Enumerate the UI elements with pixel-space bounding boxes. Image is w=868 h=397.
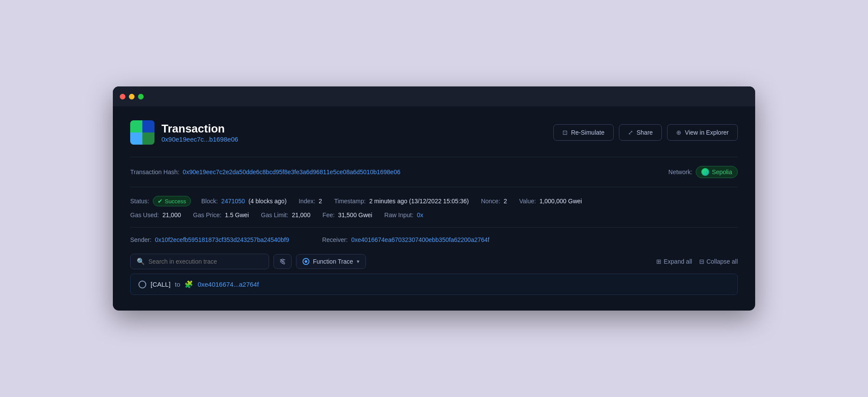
app-window: Transaction 0x90e19eec7c...b1698e06 ⊡ Re… (113, 86, 755, 311)
network-label: Network: (668, 169, 692, 175)
page-title: Transaction (161, 122, 238, 136)
chevron-down-icon: ▾ (357, 258, 359, 265)
divider-3 (130, 227, 738, 228)
status-row: Status: ✔ Success Block: 2471050 (4 bloc… (130, 193, 738, 209)
sep4 (474, 198, 476, 205)
call-type: [CALL] (151, 281, 171, 288)
main-content: Transaction 0x90e19eec7c...b1698e06 ⊡ Re… (113, 106, 755, 311)
title-section: Transaction 0x90e19eec7c...b1698e06 (130, 120, 238, 145)
raw-input-value[interactable]: 0x (417, 212, 424, 218)
network-value: Sepolia (712, 169, 732, 175)
collapse-all-label: Collapse all (707, 258, 738, 265)
globe-icon: ⊕ (676, 129, 681, 136)
svg-point-5 (280, 261, 282, 262)
resimulate-button[interactable]: ⊡ Re-Simulate (553, 124, 614, 141)
timestamp-value: 2 minutes ago (13/12/2022 15:05:36) (369, 198, 469, 205)
sep5 (512, 198, 514, 205)
transaction-hash-short[interactable]: 0x90e19eec7c...b1698e06 (161, 136, 238, 143)
share-button[interactable]: ⤢ Share (619, 124, 662, 141)
expand-all-icon: ⊞ (656, 258, 661, 265)
gas-row: Gas Used: 21,000 Gas Price: 1.5 Gwei Gas… (130, 209, 738, 221)
sender-receiver-row: Sender: 0x10f2ecefb595181873cf353d243257… (130, 234, 738, 246)
search-icon: 🔍 (137, 258, 145, 265)
sep7 (254, 212, 256, 218)
receiver-value[interactable]: 0xe4016674ea67032307400ebb350fa62200a276… (351, 236, 489, 243)
trace-type-button[interactable]: Function Trace ▾ (296, 254, 366, 269)
sep2 (292, 198, 293, 205)
receiver-label: Receiver: (322, 236, 348, 243)
collapse-all-icon: ⊟ (699, 258, 704, 265)
svg-point-6 (283, 262, 285, 264)
timestamp-label: Timestamp: (334, 198, 366, 205)
expand-all-button[interactable]: ⊞ Expand all (656, 258, 692, 265)
trace-circle-icon (302, 258, 309, 265)
header-buttons: ⊡ Re-Simulate ⤢ Share ⊕ View in Explorer (553, 124, 738, 141)
raw-input-label: Raw Input: (385, 212, 414, 218)
sender-value[interactable]: 0x10f2ecefb595181873cf353d243257ba24540b… (155, 236, 289, 243)
sender-label: Sender: (130, 236, 151, 243)
block-value[interactable]: 2471050 (221, 198, 245, 205)
sep3 (327, 198, 329, 205)
fee-label: Fee: (322, 212, 335, 218)
block-ago: (4 blocks ago) (248, 198, 286, 205)
gas-limit-label: Gas Limit: (261, 212, 288, 218)
index-label: Index: (299, 198, 315, 205)
nonce-value: 2 (504, 198, 507, 205)
call-circle-icon (138, 281, 146, 288)
status-badge: ✔ Success (153, 196, 191, 206)
call-address[interactable]: 0xe4016674...a2764f (197, 281, 259, 288)
trace-toolbar: 🔍 Funct (130, 254, 738, 269)
filter-button[interactable] (273, 254, 292, 269)
value-value: 1,000,000 Gwei (539, 198, 582, 205)
gas-price-label: Gas Price: (193, 212, 221, 218)
maximize-dot[interactable] (138, 94, 144, 99)
network-icon (701, 168, 709, 176)
minimize-dot[interactable] (129, 94, 135, 99)
filter-icon (279, 258, 286, 265)
trace-section: 🔍 Funct (130, 254, 738, 295)
explorer-label: View in Explorer (685, 129, 729, 136)
index-value: 2 (319, 198, 322, 205)
network-badge: Sepolia (696, 166, 738, 178)
resimulate-label: Re-Simulate (571, 129, 605, 136)
title-text: Transaction 0x90e19eec7c...b1698e06 (161, 122, 238, 143)
tx-hash-row: Transaction Hash: 0x90e19eec7c2e2da50dde… (130, 163, 738, 181)
share-label: Share (637, 129, 653, 136)
collapse-all-button[interactable]: ⊟ Collapse all (699, 258, 738, 265)
sep9 (378, 212, 379, 218)
call-to-label: to (175, 281, 181, 288)
logo-icon (130, 120, 155, 145)
trace-row[interactable]: [CALL] to 🧩 0xe4016674...a2764f (130, 274, 738, 295)
header-row: Transaction 0x90e19eec7c...b1698e06 ⊡ Re… (130, 120, 738, 145)
sep8 (316, 212, 317, 218)
value-label: Value: (519, 198, 536, 205)
gas-limit-value: 21,000 (292, 212, 310, 218)
explorer-button[interactable]: ⊕ View in Explorer (667, 124, 738, 141)
search-input[interactable] (148, 258, 263, 265)
fee-value: 31,500 Gwei (338, 212, 372, 218)
titlebar (113, 86, 755, 106)
divider-1 (130, 157, 738, 157)
divider-2 (130, 187, 738, 187)
expand-controls: ⊞ Expand all ⊟ Collapse all (656, 258, 738, 265)
gas-used-label: Gas Used: (130, 212, 159, 218)
gas-price-value: 1.5 Gwei (225, 212, 249, 218)
tx-hash-label: Transaction Hash: (130, 169, 179, 175)
expand-all-label: Expand all (664, 258, 692, 265)
status-label: Status: (130, 198, 149, 205)
search-box[interactable]: 🔍 (130, 254, 269, 269)
sep6 (186, 212, 188, 218)
block-label: Block: (201, 198, 218, 205)
svg-point-4 (282, 259, 283, 261)
tx-hash-value[interactable]: 0x90e19eec7c2e2da50dde6c8bcd95f8e3fe3a6d… (183, 169, 400, 175)
gas-used-value: 21,000 (162, 212, 181, 218)
trace-type-label: Function Trace (313, 258, 353, 265)
monitor-icon: ⊡ (562, 129, 568, 136)
nonce-label: Nonce: (481, 198, 500, 205)
status-value: Success (165, 198, 186, 205)
close-dot[interactable] (120, 94, 125, 99)
share-icon: ⤢ (628, 129, 633, 136)
contract-icon: 🧩 (184, 280, 193, 288)
check-icon: ✔ (158, 198, 163, 205)
